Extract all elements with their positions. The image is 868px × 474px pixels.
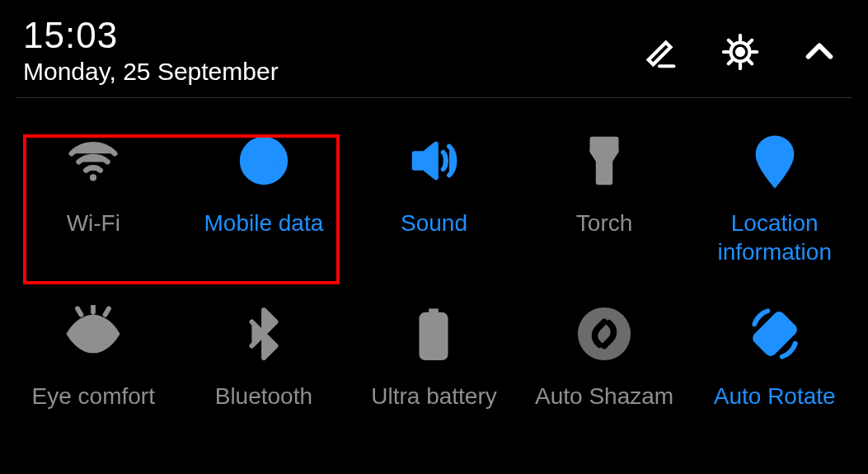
header-datetime: 15:03 Monday, 25 September (23, 15, 640, 86)
quick-settings-header: 15:03 Monday, 25 September (0, 0, 868, 97)
quick-settings-tiles: Wi-Fi Mobile data Sound (0, 98, 868, 433)
tile-label: Sound (396, 209, 472, 237)
svg-point-12 (242, 139, 286, 183)
tile-eye-comfort[interactable]: Eye comfort (8, 301, 179, 433)
svg-line-21 (106, 308, 109, 314)
tile-label: Ultra battery (366, 382, 502, 411)
tile-label: Torch (571, 209, 637, 237)
auto-rotate-icon (742, 301, 808, 367)
svg-line-7 (729, 40, 732, 44)
svg-point-18 (87, 326, 101, 341)
wifi-icon (60, 128, 126, 194)
tile-auto-rotate[interactable]: Auto Rotate (689, 301, 860, 433)
bluetooth-icon (231, 301, 297, 367)
clock-date: Monday, 25 September (23, 58, 640, 86)
tile-label: Auto Rotate (709, 382, 841, 411)
tile-torch[interactable]: Torch (519, 128, 690, 266)
shazam-icon (571, 301, 637, 367)
tile-sound[interactable]: Sound (349, 128, 519, 266)
location-icon (742, 128, 808, 194)
tile-location[interactable]: Location information (689, 128, 860, 266)
tile-bluetooth[interactable]: Bluetooth (179, 301, 350, 433)
svg-point-16 (602, 163, 606, 167)
svg-point-1 (735, 47, 745, 57)
tile-label: Mobile data (199, 209, 329, 237)
tile-ultra-battery[interactable]: Ultra battery (349, 301, 519, 433)
tile-auto-shazam[interactable]: Auto Shazam (519, 301, 690, 433)
tile-label: Auto Shazam (530, 382, 678, 411)
clock-time: 15:03 (23, 15, 640, 56)
svg-line-19 (77, 308, 81, 314)
tile-label: Wi-Fi (62, 209, 125, 237)
svg-rect-15 (593, 139, 617, 152)
mobile-data-icon (231, 128, 297, 194)
edit-icon[interactable] (640, 31, 682, 73)
svg-line-9 (729, 60, 732, 63)
tile-mobile-data[interactable]: Mobile data (179, 128, 350, 266)
eye-icon (60, 301, 126, 367)
tile-wifi[interactable]: Wi-Fi (8, 128, 179, 266)
svg-line-8 (748, 60, 752, 63)
tile-label: Eye comfort (27, 382, 160, 411)
battery-icon (401, 301, 467, 367)
svg-point-11 (90, 174, 96, 181)
sound-icon (401, 128, 467, 194)
svg-rect-23 (429, 308, 439, 314)
header-actions (640, 15, 845, 73)
collapse-icon[interactable] (799, 31, 840, 73)
torch-icon (571, 128, 637, 194)
tile-label: Bluetooth (210, 382, 317, 411)
tile-label: Location information (689, 209, 860, 266)
settings-icon[interactable] (720, 31, 761, 73)
svg-point-24 (578, 307, 631, 360)
svg-point-17 (770, 150, 780, 160)
svg-line-10 (748, 40, 752, 44)
